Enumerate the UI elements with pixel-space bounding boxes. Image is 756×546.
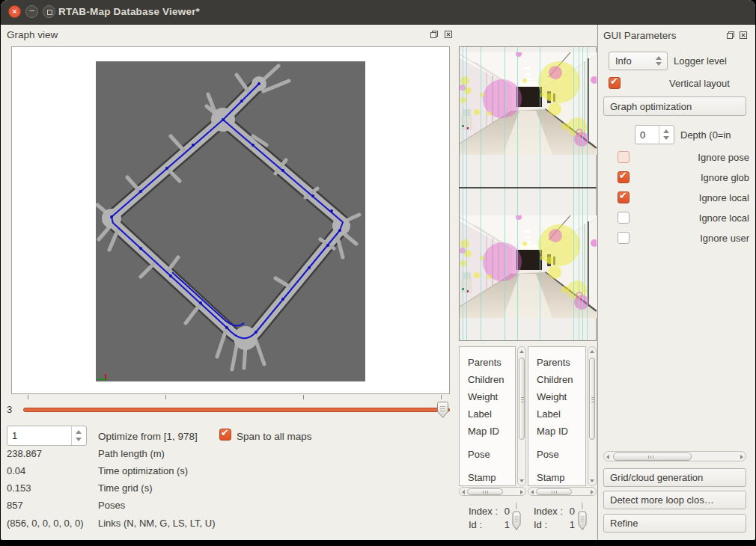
list-item[interactable]: Map ID bbox=[537, 426, 568, 438]
logger-level-combobox[interactable]: Info bbox=[609, 52, 668, 70]
list-item[interactable]: Map ID bbox=[468, 426, 499, 438]
index-value: 0 bbox=[570, 506, 575, 519]
title-bar: × – RTAB-Map Database Viewer* bbox=[1, 0, 755, 25]
horizontal-scrollbar[interactable] bbox=[603, 451, 746, 461]
span-to-all-maps-checkbox[interactable]: ✔ bbox=[219, 429, 231, 441]
optimize-from-input[interactable] bbox=[12, 428, 68, 444]
id-label: Id : bbox=[469, 519, 482, 533]
stat-label: Path length (m) bbox=[98, 448, 165, 461]
node-index-slider-b[interactable] bbox=[577, 501, 588, 536]
vertical-scrollbar[interactable] bbox=[517, 346, 526, 486]
check-icon: ✔ bbox=[619, 190, 627, 201]
scrollbar-thumb[interactable] bbox=[467, 488, 503, 495]
dock-splitter[interactable] bbox=[597, 25, 598, 540]
graph-view-canvas[interactable] bbox=[11, 46, 450, 394]
ignore-global-checkbox[interactable]: ✔ bbox=[618, 171, 630, 183]
spinbox-arrows[interactable] bbox=[659, 126, 674, 144]
correspondence-line bbox=[517, 47, 518, 340]
screen: { "window": { "title": "RTAB-Map Databas… bbox=[0, 0, 756, 546]
scroll-right-icon[interactable] bbox=[520, 490, 523, 494]
horizontal-scrollbar[interactable] bbox=[528, 487, 597, 496]
list-item[interactable]: Weight bbox=[468, 391, 498, 404]
iteration-slider-value: 3 bbox=[7, 404, 12, 415]
correspondence-line bbox=[504, 47, 505, 340]
iteration-slider[interactable] bbox=[23, 408, 450, 412]
grid-cloud-generation-button[interactable]: Grid/cloud generation bbox=[603, 468, 746, 487]
node-index-group-b: Index : 0 Id : 1 bbox=[534, 506, 575, 533]
logger-level-label: Logger level bbox=[674, 55, 727, 67]
optimize-from-spinbox[interactable] bbox=[7, 426, 87, 446]
node-info-list-a[interactable]: Parents Children Weight Label Map ID Pos… bbox=[459, 346, 516, 486]
graph-optimization-label: Graph optimization bbox=[610, 101, 692, 112]
stat-value: 857 bbox=[7, 500, 23, 512]
correspondence-line bbox=[579, 47, 579, 340]
list-item[interactable]: Stamp bbox=[468, 472, 496, 485]
scroll-right-icon[interactable] bbox=[740, 455, 743, 459]
node-info-list-b[interactable]: Parents Children Weight Label Map ID Pos… bbox=[528, 346, 586, 486]
scroll-left-icon[interactable] bbox=[462, 490, 465, 494]
list-item[interactable]: Parents bbox=[537, 357, 570, 369]
scroll-down-icon[interactable] bbox=[519, 479, 524, 482]
graph-view-close-icon[interactable] bbox=[444, 30, 453, 39]
scrollbar-thumb[interactable] bbox=[519, 358, 525, 440]
slider-tick bbox=[28, 395, 28, 399]
stat-value: 238.867 bbox=[7, 448, 42, 461]
ignore-local-checkbox-1[interactable]: ✔ bbox=[618, 191, 630, 203]
ignore-user-checkbox[interactable] bbox=[618, 232, 630, 244]
scrollbar-thumb[interactable] bbox=[589, 358, 595, 440]
list-item[interactable]: Children bbox=[537, 374, 573, 387]
list-item[interactable]: Label bbox=[537, 408, 561, 421]
id-value: 1 bbox=[570, 519, 575, 533]
correspondence-line bbox=[463, 47, 463, 340]
list-item[interactable]: Label bbox=[468, 408, 492, 421]
check-icon: ✔ bbox=[619, 170, 627, 181]
check-icon: ✔ bbox=[610, 76, 618, 87]
scroll-up-icon[interactable] bbox=[590, 350, 594, 353]
spin-up-icon[interactable] bbox=[76, 430, 82, 434]
list-item[interactable]: Pose bbox=[468, 449, 490, 461]
index-value: 0 bbox=[504, 506, 510, 519]
list-item[interactable]: Pose bbox=[537, 449, 559, 461]
vertical-scrollbar[interactable] bbox=[588, 346, 597, 486]
list-item[interactable]: Children bbox=[468, 374, 504, 387]
graph-optimization-button[interactable]: Graph optimization bbox=[603, 96, 746, 116]
scroll-left-icon[interactable] bbox=[606, 455, 609, 459]
ignore-local-checkbox-2[interactable] bbox=[618, 212, 630, 224]
correspondence-line bbox=[540, 47, 540, 340]
slider-handle[interactable] bbox=[436, 401, 449, 419]
ignore-pose-checkbox[interactable] bbox=[618, 151, 630, 163]
window-close-button[interactable]: × bbox=[8, 5, 21, 18]
ignore-local-label-1: Ignore local bbox=[637, 192, 749, 203]
refine-button[interactable]: Refine bbox=[603, 514, 746, 533]
scroll-up-icon[interactable] bbox=[519, 350, 524, 353]
horizontal-scrollbar[interactable] bbox=[459, 487, 526, 496]
depth-input[interactable] bbox=[640, 127, 656, 142]
combo-arrows-icon[interactable] bbox=[653, 52, 667, 70]
detect-more-loop-closures-button[interactable]: Detect more loop clos… bbox=[603, 491, 746, 509]
graph-view-dock-title: Graph view bbox=[7, 29, 58, 40]
window-maximize-button[interactable] bbox=[43, 5, 55, 18]
gui-parameters-float-icon[interactable] bbox=[726, 31, 735, 40]
window-minimize-button[interactable]: – bbox=[25, 5, 38, 18]
gui-parameters-close-icon[interactable] bbox=[739, 31, 748, 40]
spin-down-icon[interactable] bbox=[76, 438, 82, 441]
ignore-user-label: Ignore user bbox=[637, 233, 749, 244]
depth-spinbox[interactable] bbox=[635, 125, 674, 144]
list-item[interactable]: Parents bbox=[468, 357, 502, 369]
scroll-right-icon[interactable] bbox=[591, 490, 594, 494]
graph-view-float-icon[interactable] bbox=[430, 30, 439, 39]
vertical-layout-checkbox[interactable]: ✔ bbox=[609, 77, 621, 89]
node-index-slider-a[interactable] bbox=[511, 501, 522, 536]
list-item[interactable]: Stamp bbox=[537, 472, 565, 485]
list-item[interactable]: Weight bbox=[537, 391, 567, 404]
correspondence-line bbox=[573, 47, 574, 340]
correspondence-line bbox=[587, 47, 588, 340]
scroll-left-icon[interactable] bbox=[531, 490, 534, 494]
ignore-pose-label: Ignore pose bbox=[637, 152, 749, 163]
spinbox-arrows[interactable] bbox=[71, 426, 86, 445]
scrollbar-thumb[interactable] bbox=[536, 488, 572, 495]
scrollbar-thumb[interactable] bbox=[613, 453, 692, 461]
ignore-local-label-2: Ignore local bbox=[637, 212, 749, 224]
grid-cloud-generation-label: Grid/cloud generation bbox=[610, 472, 703, 483]
scroll-down-icon[interactable] bbox=[590, 479, 594, 482]
